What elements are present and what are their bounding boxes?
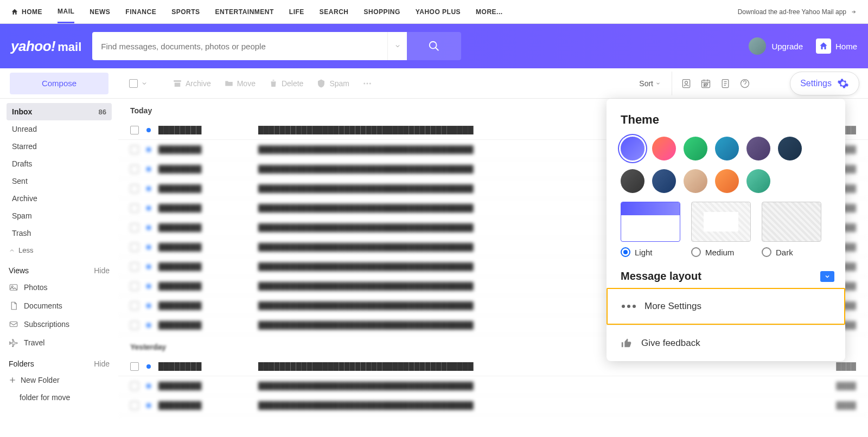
scroll-down-badge[interactable] <box>820 271 834 282</box>
mode-option-dark[interactable]: Dark <box>762 247 821 257</box>
view-documents[interactable]: Documents <box>7 297 112 315</box>
swatch-row-2 <box>621 169 831 193</box>
download-app-link[interactable]: Download the ad-free Yahoo Mail app <box>738 8 857 16</box>
sort-dropdown[interactable]: Sort <box>639 79 661 88</box>
spam-button[interactable]: Spam <box>316 79 349 88</box>
nav-shopping[interactable]: SHOPPING <box>363 8 400 16</box>
toolbar-mid: Archive Move Delete Spam Sort <box>118 79 672 88</box>
theme-swatch[interactable] <box>621 169 644 193</box>
move-button[interactable]: Move <box>224 79 256 88</box>
view-label: Travel <box>24 338 44 347</box>
view-travel[interactable]: Travel <box>7 333 112 352</box>
mode-option-medium[interactable]: Medium <box>691 247 751 257</box>
more-actions[interactable] <box>362 79 372 88</box>
document-icon <box>9 301 18 311</box>
spam-label: Spam <box>329 79 349 88</box>
theme-swatch[interactable] <box>684 137 707 160</box>
nav-sports[interactable]: SPORTS <box>171 8 200 16</box>
home-button[interactable]: Home <box>816 38 857 54</box>
nav-news[interactable]: NEWS <box>90 8 110 16</box>
views-hide[interactable]: Hide <box>94 266 110 275</box>
mode-preview-light[interactable] <box>621 202 680 242</box>
theme-swatch[interactable] <box>746 137 770 160</box>
row-checkbox[interactable] <box>130 184 139 193</box>
theme-swatch[interactable] <box>746 169 770 193</box>
row-checkbox[interactable] <box>130 301 139 310</box>
message-row[interactable]: ████████████████████████████████████████… <box>118 376 868 396</box>
nav-home[interactable]: HOME <box>11 8 42 16</box>
row-checkbox[interactable] <box>130 321 139 330</box>
nav-entertainment[interactable]: ENTERTAINMENT <box>215 8 274 16</box>
view-label: Subscriptions <box>24 320 69 329</box>
search-button[interactable] <box>407 32 461 60</box>
folder-spam[interactable]: Spam <box>7 207 112 224</box>
row-checkbox[interactable] <box>130 204 139 213</box>
row-checkbox[interactable] <box>130 382 139 390</box>
folder-trash[interactable]: Trash <box>7 224 112 242</box>
plane-icon <box>9 338 18 348</box>
nav-more[interactable]: MORE... <box>476 8 503 16</box>
select-all[interactable] <box>129 79 148 88</box>
theme-swatch[interactable] <box>715 169 739 193</box>
row-checkbox[interactable] <box>130 165 139 173</box>
theme-heading: Theme <box>621 113 831 127</box>
view-subscriptions[interactable]: Subscriptions <box>7 315 112 333</box>
theme-swatch[interactable] <box>778 137 802 160</box>
mode-option-light[interactable]: Light <box>621 247 680 257</box>
folder-starred[interactable]: Starred <box>7 138 112 155</box>
search-dropdown[interactable] <box>387 32 407 60</box>
nav-life[interactable]: LIFE <box>289 8 304 16</box>
custom-folder[interactable]: folder for move <box>7 389 112 406</box>
nav-finance[interactable]: FINANCE <box>125 8 156 16</box>
mode-preview-dark[interactable] <box>762 202 821 242</box>
message-row[interactable]: ████████████████████████████████████████… <box>118 396 868 415</box>
row-checkbox[interactable] <box>130 145 139 154</box>
less-toggle[interactable]: Less <box>7 242 112 259</box>
row-checkbox[interactable] <box>130 282 139 291</box>
chevron-down-icon[interactable] <box>141 80 148 87</box>
svg-rect-6 <box>682 79 690 87</box>
nav-mail[interactable]: MAIL <box>58 8 74 23</box>
mode-preview-medium[interactable] <box>691 202 751 242</box>
row-checkbox[interactable] <box>130 223 139 232</box>
folder-sent[interactable]: Sent <box>7 172 112 190</box>
theme-swatch[interactable] <box>652 137 676 160</box>
theme-swatch[interactable] <box>715 137 739 160</box>
view-label: Photos <box>24 283 48 292</box>
delete-button[interactable]: Delete <box>269 79 303 88</box>
row-checkbox[interactable] <box>130 362 139 371</box>
view-photos[interactable]: Photos <box>7 278 112 297</box>
select-all-checkbox[interactable] <box>129 79 138 88</box>
more-settings-link[interactable]: More Settings <box>607 288 845 325</box>
folder-drafts[interactable]: Drafts <box>7 155 112 172</box>
mail-icon <box>9 319 18 329</box>
theme-swatch[interactable] <box>621 137 644 160</box>
compose-button[interactable]: Compose <box>10 73 108 94</box>
new-folder[interactable]: New Folder <box>7 371 112 389</box>
theme-swatch[interactable] <box>684 169 707 193</box>
row-checkbox[interactable] <box>130 262 139 271</box>
nav-search[interactable]: SEARCH <box>320 8 349 16</box>
calendar-icon[interactable]: 27 <box>700 78 711 89</box>
yahoo-mail-logo[interactable]: yahoo! mail <box>11 38 81 55</box>
row-checkbox[interactable] <box>130 126 139 134</box>
row-checkbox[interactable] <box>130 401 139 410</box>
help-icon[interactable] <box>739 78 750 89</box>
archive-button[interactable]: Archive <box>173 79 211 88</box>
contact-icon[interactable] <box>681 78 692 89</box>
upgrade-link[interactable]: Upgrade <box>749 37 803 55</box>
give-feedback-link[interactable]: Give feedback <box>607 325 845 361</box>
folder-archive[interactable]: Archive <box>7 190 112 207</box>
notepad-icon[interactable] <box>720 78 731 89</box>
nav-yahooplus[interactable]: YAHOO PLUS <box>416 8 461 16</box>
folders-hide[interactable]: Hide <box>94 359 110 368</box>
more-horizontal-icon <box>622 305 636 308</box>
theme-swatch[interactable] <box>652 169 676 193</box>
search-input[interactable] <box>92 32 387 60</box>
svg-point-3 <box>363 82 365 84</box>
folder-inbox[interactable]: Inbox86 <box>7 103 112 120</box>
view-label: Documents <box>24 301 62 310</box>
row-checkbox[interactable] <box>130 243 139 252</box>
folder-unread[interactable]: Unread <box>7 120 112 138</box>
settings-button[interactable]: Settings <box>790 72 859 95</box>
